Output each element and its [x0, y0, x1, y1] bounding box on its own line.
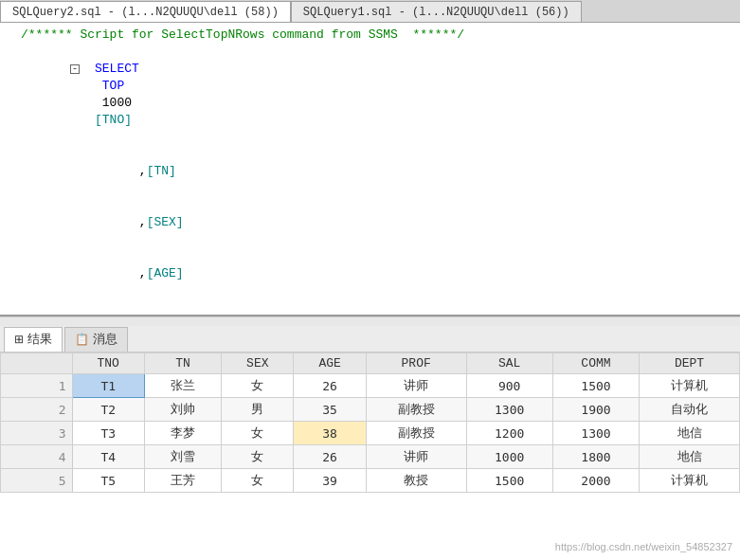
header-sex: SEX: [222, 353, 294, 374]
results-panel: ⊞ 结果 📋 消息 TNO TN SEX AGE PROF: [0, 326, 740, 560]
cell-dept: 地信: [640, 445, 740, 469]
col-tn-content: ,[TN]: [21, 146, 738, 197]
table-body: 1T1张兰女26讲师9001500计算机2T2刘帅男35副教授13001900自…: [1, 374, 740, 493]
code-lines: /****** Script for SelectTopNRows comman…: [0, 27, 740, 316]
tab-bar: SQLQuery2.sql - (l...N2QUUQU\dell (58)) …: [0, 0, 740, 23]
comma2: ,: [95, 215, 147, 229]
top-value: 1000: [95, 96, 139, 110]
col-sex: [SEX]: [147, 215, 184, 229]
code-editor[interactable]: /****** Script for SelectTopNRows comman…: [0, 23, 740, 316]
cell-comm: 2000: [552, 469, 639, 493]
grid-icon: ⊞: [14, 333, 24, 346]
cell-rownum: 2: [1, 398, 73, 422]
cell-sal: 1200: [466, 422, 552, 445]
table-row[interactable]: 3T3李梦女38副教授12001300地信: [1, 422, 740, 445]
header-age: AGE: [294, 353, 366, 374]
scrollbar-area[interactable]: [0, 316, 740, 326]
messages-tab-label: 消息: [93, 331, 117, 348]
cell-sal: 1000: [466, 445, 552, 469]
col-age: [AGE]: [147, 266, 184, 280]
table-container[interactable]: TNO TN SEX AGE PROF SAL COMM DEPT 1T1张兰女…: [0, 352, 740, 560]
tab-messages[interactable]: 📋 消息: [64, 327, 128, 352]
cell-tn: 刘帅: [144, 398, 221, 422]
cell-dept: 计算机: [640, 469, 740, 493]
comma3: ,: [95, 266, 147, 280]
cell-comm: 1900: [552, 398, 639, 422]
cell-sex: 女: [222, 445, 294, 469]
col-prof-content: ,[PROF]: [21, 299, 738, 316]
col-tno: [TNO]: [95, 113, 132, 127]
top-keyword: TOP: [95, 79, 124, 93]
cell-sex: 男: [222, 398, 294, 422]
cell-prof: 讲师: [366, 374, 466, 398]
cell-prof: 教授: [366, 469, 466, 493]
comment-text: /****** Script for SelectTopNRows comman…: [21, 27, 738, 44]
table-row[interactable]: 2T2刘帅男35副教授13001900自动化: [1, 398, 740, 422]
header-row: TNO TN SEX AGE PROF SAL COMM DEPT: [1, 353, 740, 374]
header-prof: PROF: [366, 353, 466, 374]
app-container: SQLQuery2.sql - (l...N2QUUQU\dell (58)) …: [0, 0, 740, 560]
cell-age: 38: [294, 422, 366, 445]
cell-age: 26: [294, 445, 366, 469]
tab-sqlquery1[interactable]: SQLQuery1.sql - (l...N2QUUQU\dell (56)): [291, 1, 582, 22]
cell-tno: T3: [72, 422, 144, 445]
header-tn: TN: [144, 353, 221, 374]
gutter-minus[interactable]: -: [2, 44, 21, 95]
table-row[interactable]: 1T1张兰女26讲师9001500计算机: [1, 374, 740, 398]
tab-results[interactable]: ⊞ 结果: [4, 327, 63, 352]
table-row[interactable]: 5T5王芳女39教授15002000计算机: [1, 469, 740, 493]
col-prof-line: ,[PROF]: [0, 299, 740, 316]
msg-icon: 📋: [75, 333, 89, 346]
results-tabs: ⊞ 结果 📋 消息: [0, 326, 740, 352]
cell-comm: 1500: [552, 374, 639, 398]
select-line: - SELECT TOP 1000 [TNO]: [0, 44, 740, 146]
results-table: TNO TN SEX AGE PROF SAL COMM DEPT 1T1张兰女…: [0, 352, 740, 493]
tab-sqlquery1-label: SQLQuery1.sql - (l...N2QUUQU\dell (56)): [303, 6, 569, 19]
col-age-line: ,[AGE]: [0, 248, 740, 299]
table-row[interactable]: 4T4刘雪女26讲师10001800地信: [1, 445, 740, 469]
cell-dept: 计算机: [640, 374, 740, 398]
comma1: ,: [95, 164, 147, 178]
header-comm: COMM: [552, 353, 639, 374]
cell-dept: 自动化: [640, 398, 740, 422]
cell-age: 35: [294, 398, 366, 422]
header-rownum: [1, 353, 73, 374]
cell-tno: T4: [72, 445, 144, 469]
results-tab-label: 结果: [27, 331, 52, 348]
col-sex-line: ,[SEX]: [0, 197, 740, 248]
cell-sex: 女: [222, 374, 294, 398]
col-tn-line: ,[TN]: [0, 146, 740, 197]
cell-rownum: 1: [1, 374, 73, 398]
cell-comm: 1800: [552, 445, 639, 469]
cell-tno: T5: [72, 469, 144, 493]
cell-rownum: 5: [1, 469, 73, 493]
cell-tn: 张兰: [144, 374, 221, 398]
cell-sex: 女: [222, 422, 294, 445]
col-age-content: ,[AGE]: [21, 248, 738, 299]
cell-tn: 刘雪: [144, 445, 221, 469]
cell-rownum: 3: [1, 422, 73, 445]
select-content: SELECT TOP 1000 [TNO]: [21, 44, 738, 146]
cell-prof: 讲师: [366, 445, 466, 469]
watermark: https://blog.csdn.net/weixin_54852327: [555, 541, 732, 552]
col-sex-content: ,[SEX]: [21, 197, 738, 248]
cell-dept: 地信: [640, 422, 740, 445]
cell-rownum: 4: [1, 445, 73, 469]
cell-sal: 1300: [466, 398, 552, 422]
cell-tno: T2: [72, 398, 144, 422]
table-header: TNO TN SEX AGE PROF SAL COMM DEPT: [1, 353, 740, 374]
cell-tn: 王芳: [144, 469, 221, 493]
cell-age: 26: [294, 374, 366, 398]
cell-sal: 900: [466, 374, 552, 398]
cell-tn: 李梦: [144, 422, 221, 445]
cell-prof: 副教授: [366, 422, 466, 445]
select-keyword: SELECT: [95, 62, 139, 76]
cell-tno: T1: [72, 374, 144, 398]
cell-prof: 副教授: [366, 398, 466, 422]
cell-age: 39: [294, 469, 366, 493]
header-sal: SAL: [466, 353, 552, 374]
tab-sqlquery2[interactable]: SQLQuery2.sql - (l...N2QUUQU\dell (58)): [0, 1, 291, 22]
cell-sal: 1500: [466, 469, 552, 493]
header-dept: DEPT: [640, 353, 740, 374]
header-tno: TNO: [72, 353, 144, 374]
